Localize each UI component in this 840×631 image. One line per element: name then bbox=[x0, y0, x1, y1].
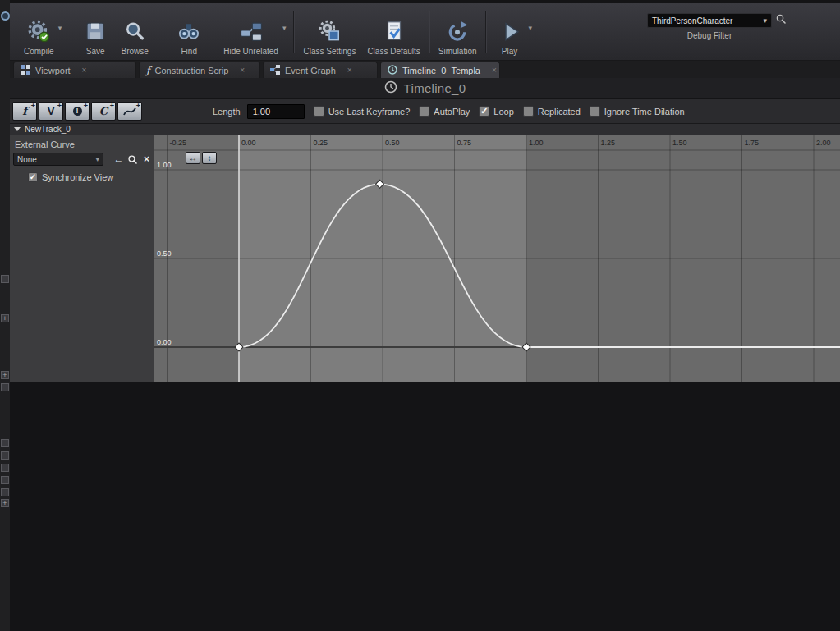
class-defaults-sheet-icon bbox=[379, 17, 409, 45]
checkbox-label: Replicated bbox=[538, 107, 581, 117]
use-selected-asset-button[interactable]: ← bbox=[112, 153, 126, 166]
hide-unrelated-button[interactable]: Hide Unrelated bbox=[221, 8, 281, 56]
collapsed-tab-icon[interactable] bbox=[1, 383, 9, 391]
tab-close-icon[interactable]: × bbox=[492, 66, 497, 75]
ruler-tick-label: 0.25 bbox=[314, 139, 328, 147]
tab-label: Construction Scrip bbox=[154, 66, 228, 75]
main-toolbar: Compile ▾ Save Browse bbox=[10, 3, 840, 61]
class-settings-gear-icon bbox=[314, 17, 344, 45]
plus-icon: + bbox=[110, 102, 114, 110]
hide-unrelated-nodes-icon bbox=[236, 17, 266, 45]
fit-horizontal-button[interactable]: ↔ bbox=[186, 152, 200, 164]
timeline-option-autoplay[interactable]: AutoPlay bbox=[419, 106, 470, 117]
simulation-button[interactable]: Simulation bbox=[436, 8, 480, 56]
play-button[interactable]: Play bbox=[493, 8, 527, 56]
ruler-tick-label: 1.00 bbox=[529, 139, 544, 147]
compile-options-caret[interactable]: ▾ bbox=[58, 24, 62, 32]
external-curve-dropdown[interactable]: None ▾ bbox=[13, 153, 103, 166]
timeline-title-bar: Timeline_0 bbox=[10, 78, 840, 99]
event-track-glyph: ! bbox=[73, 107, 82, 116]
plus-icon: + bbox=[136, 102, 140, 110]
tab-label: Event Graph bbox=[285, 66, 336, 75]
browse-to-asset-button[interactable] bbox=[126, 153, 140, 166]
collapsed-tab-icon[interactable] bbox=[1, 476, 9, 484]
timeline-title: Timeline_0 bbox=[404, 81, 466, 95]
ruler-tick-label: 1.75 bbox=[745, 139, 760, 147]
ruler-tick-label: 1.25 bbox=[601, 139, 616, 147]
compile-button[interactable]: Compile bbox=[21, 8, 57, 56]
simulation-label: Simulation bbox=[438, 47, 477, 56]
toolbar-separator bbox=[485, 11, 487, 53]
track-body: External Curve None ▾ ← × ✓ Synchronize … bbox=[10, 135, 840, 382]
checkbox-label: AutoPlay bbox=[434, 107, 470, 117]
find-button[interactable]: Find bbox=[172, 8, 206, 56]
blueprint-editor-window: +++ Compile ▾ bbox=[0, 0, 840, 631]
synchronize-view-option[interactable]: ✓ Synchronize View bbox=[28, 172, 154, 182]
length-label: Length bbox=[213, 107, 241, 117]
tab-close-icon[interactable]: × bbox=[347, 66, 352, 75]
tab-close-icon[interactable]: × bbox=[82, 66, 87, 75]
tab-timeline-template[interactable]: Timeline_0_Templa × bbox=[380, 62, 500, 78]
track-expander-icon[interactable] bbox=[14, 127, 21, 131]
plus-icon: + bbox=[57, 102, 62, 110]
collapsed-tab-icon[interactable]: + bbox=[1, 314, 9, 322]
play-options-caret[interactable]: ▾ bbox=[529, 24, 533, 32]
tab-label: Viewport bbox=[35, 66, 71, 75]
curve-graph[interactable]: -0.250.000.250.500.751.001.251.501.752.0… bbox=[154, 135, 840, 382]
plus-icon: + bbox=[84, 102, 88, 110]
add-float-track-button[interactable]: f + bbox=[12, 102, 37, 121]
chevron-down-icon: ▾ bbox=[763, 16, 767, 25]
external-curve-value: None bbox=[17, 155, 37, 164]
tab-close-icon[interactable]: × bbox=[240, 66, 245, 75]
find-label: Find bbox=[181, 47, 196, 56]
hide-unrelated-options-caret[interactable]: ▾ bbox=[282, 24, 287, 32]
debug-filter-search-icon[interactable] bbox=[775, 13, 787, 28]
debug-object-value: ThirdPersonCharacter bbox=[652, 16, 732, 25]
tab-label: Timeline_0_Templa bbox=[402, 66, 480, 75]
curve-icon bbox=[123, 107, 136, 117]
tab-construction-script[interactable]: ƒ Construction Scrip × bbox=[139, 62, 260, 78]
checkbox[interactable]: ✓ bbox=[479, 106, 489, 117]
browse-button[interactable]: Browse bbox=[117, 8, 152, 56]
add-event-track-button[interactable]: ! + bbox=[65, 102, 90, 121]
collapsed-tab-icon[interactable] bbox=[1, 488, 9, 496]
fit-vertical-button[interactable]: ↕ bbox=[202, 152, 217, 164]
checkbox[interactable] bbox=[523, 106, 534, 117]
track-name: NewTrack_0 bbox=[25, 125, 71, 134]
timeline-option-ignore-time-dilation[interactable]: Ignore Time Dilation bbox=[590, 106, 685, 117]
tab-viewport[interactable]: Viewport × bbox=[13, 62, 136, 78]
find-binoculars-icon bbox=[174, 17, 204, 45]
clear-asset-button[interactable]: × bbox=[140, 153, 154, 166]
collapsed-tab-icon[interactable] bbox=[1, 451, 9, 460]
add-curve-asset-track-button[interactable]: + bbox=[117, 102, 142, 121]
debug-filter-label: Debug Filter bbox=[647, 31, 772, 40]
collapsed-panel-icon[interactable] bbox=[1, 11, 10, 21]
class-defaults-label: Class Defaults bbox=[367, 47, 420, 56]
collapsed-tab-icon[interactable] bbox=[1, 464, 9, 472]
collapsed-tab-icon[interactable]: + bbox=[1, 371, 9, 379]
checkbox[interactable] bbox=[314, 106, 324, 117]
checkbox[interactable] bbox=[419, 106, 429, 117]
length-input[interactable]: 1.00 bbox=[247, 104, 305, 119]
timeline-option-replicated[interactable]: Replicated bbox=[523, 106, 581, 117]
class-defaults-button[interactable]: Class Defaults bbox=[365, 8, 422, 56]
collapsed-tab-icon[interactable] bbox=[1, 439, 9, 447]
tab-event-graph[interactable]: Event Graph × bbox=[263, 62, 378, 78]
collapsed-tab-icon[interactable] bbox=[1, 275, 9, 283]
save-label: Save bbox=[86, 47, 105, 56]
timeline-option-use-last-keyframe[interactable]: Use Last Keyframe? bbox=[314, 106, 411, 117]
play-triangle-icon bbox=[495, 17, 525, 45]
synchronize-view-checkbox[interactable]: ✓ bbox=[28, 172, 38, 182]
browse-magnifier-icon bbox=[120, 17, 149, 45]
add-color-track-button[interactable]: C + bbox=[91, 102, 116, 121]
debug-filter-group: ThirdPersonCharacter ▾ Debug Filter bbox=[647, 13, 808, 40]
track-header[interactable]: NewTrack_0 bbox=[10, 124, 840, 135]
debug-object-dropdown[interactable]: ThirdPersonCharacter ▾ bbox=[647, 13, 772, 28]
checkbox[interactable] bbox=[590, 106, 600, 117]
curve-editor[interactable]: -0.250.000.250.500.751.001.251.501.752.0… bbox=[154, 135, 840, 382]
collapsed-tab-icon[interactable]: + bbox=[1, 499, 9, 507]
save-button[interactable]: Save bbox=[78, 8, 112, 56]
class-settings-button[interactable]: Class Settings bbox=[301, 8, 358, 56]
timeline-option-loop[interactable]: ✓Loop bbox=[479, 106, 513, 117]
add-vector-track-button[interactable]: V + bbox=[39, 102, 63, 121]
